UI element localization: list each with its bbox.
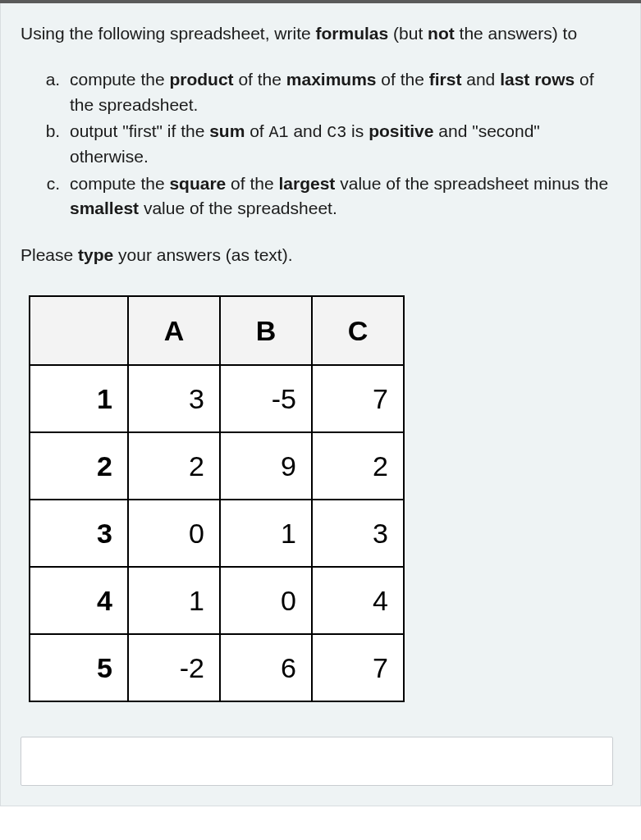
qb-t1: output "first" if the	[70, 121, 209, 140]
qa-b3: first	[429, 70, 462, 89]
header-blank	[30, 296, 128, 365]
cell-c1: 7	[312, 365, 404, 432]
question-list: compute the product of the maximums of t…	[21, 67, 620, 221]
qa-b2: maximums	[286, 70, 377, 89]
qa-b4: last rows	[500, 70, 575, 89]
cell-c3: 3	[312, 500, 404, 567]
header-b: B	[220, 296, 312, 365]
cell-a5: -2	[128, 634, 220, 701]
tl-t1: Please	[21, 245, 78, 264]
tl-t2: your answers (as text).	[113, 245, 292, 264]
question-b: output "first" if the sum of A1 and C3 i…	[65, 119, 620, 169]
qb-c1: A1	[269, 123, 289, 142]
qb-b2: positive	[369, 121, 433, 140]
header-c: C	[312, 296, 404, 365]
intro-bold-formulas: formulas	[316, 24, 389, 43]
qc-t1: compute the	[70, 174, 169, 193]
qc-t3: value of the spreadsheet minus the	[335, 174, 608, 193]
table-row: 2 2 9 2	[30, 432, 404, 500]
qa-t1: compute the	[70, 70, 169, 89]
question-panel: Using the following spreadsheet, write f…	[0, 3, 641, 806]
cell-b3: 1	[220, 500, 312, 567]
question-a: compute the product of the maximums of t…	[65, 67, 620, 117]
row-label-2: 2	[30, 432, 128, 500]
qc-t2: of the	[226, 174, 278, 193]
table-row: 5 -2 6 7	[30, 634, 404, 701]
qb-c2: C3	[327, 123, 346, 142]
answer-input[interactable]	[21, 737, 613, 786]
cell-b5: 6	[220, 634, 312, 701]
cell-b2: 9	[220, 432, 312, 500]
intro-bold-not: not	[428, 24, 455, 43]
intro-mid: (but	[388, 24, 428, 43]
table-row: 1 3 -5 7	[30, 365, 404, 432]
qb-t3: and	[289, 121, 327, 140]
type-instruction: Please type your answers (as text).	[21, 243, 620, 267]
header-row: A B C	[30, 296, 404, 365]
qa-t4: and	[461, 70, 500, 89]
qa-t3: of the	[377, 70, 429, 89]
qb-t4: is	[346, 121, 369, 140]
cell-a4: 1	[128, 567, 220, 634]
question-c: compute the square of the largest value …	[65, 171, 620, 221]
intro-pre: Using the following spreadsheet, write	[21, 24, 316, 43]
intro-post: the answers) to	[455, 24, 577, 43]
row-label-5: 5	[30, 634, 128, 701]
qc-b1: square	[169, 174, 226, 193]
qc-b3: smallest	[70, 199, 139, 217]
qc-t4: value of the spreadsheet.	[139, 199, 337, 217]
row-label-3: 3	[30, 500, 128, 567]
cell-a1: 3	[128, 365, 220, 432]
cell-a2: 2	[128, 432, 220, 500]
cell-a3: 0	[128, 500, 220, 567]
cell-b4: 0	[220, 567, 312, 634]
tl-b1: type	[78, 245, 113, 264]
spreadsheet-table: A B C 1 3 -5 7 2 2 9 2 3 0 1 3	[29, 295, 405, 702]
intro-text: Using the following spreadsheet, write f…	[21, 21, 620, 46]
qb-b1: sum	[209, 121, 245, 140]
header-a: A	[128, 296, 220, 365]
cell-c4: 4	[312, 567, 404, 634]
qc-b2: largest	[279, 174, 336, 193]
cell-b1: -5	[220, 365, 312, 432]
qa-t2: of the	[234, 70, 286, 89]
qa-b1: product	[169, 70, 233, 89]
cell-c5: 7	[312, 634, 404, 701]
row-label-1: 1	[30, 365, 128, 432]
table-row: 4 1 0 4	[30, 567, 404, 634]
cell-c2: 2	[312, 432, 404, 500]
table-row: 3 0 1 3	[30, 500, 404, 567]
row-label-4: 4	[30, 567, 128, 634]
qb-t2: of	[245, 121, 268, 140]
